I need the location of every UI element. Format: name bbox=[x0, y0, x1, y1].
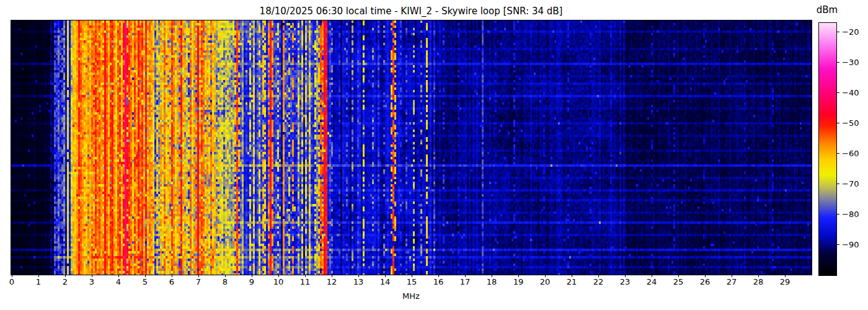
x-tick-label: 23 bbox=[620, 277, 631, 286]
x-tick-label: 17 bbox=[460, 277, 471, 286]
x-tick-label: 19 bbox=[513, 277, 524, 286]
x-tick-label: 18 bbox=[487, 277, 497, 286]
colorbar-tick-mark bbox=[836, 184, 839, 184]
spectrogram-figure: 18/10/2025 06:30 local time - KIWI_2 - S… bbox=[0, 0, 868, 310]
colorbar-tick-mark bbox=[836, 32, 839, 32]
x-tick-label: 11 bbox=[300, 277, 311, 286]
colorbar-tick-label: −20 bbox=[842, 27, 859, 36]
x-tick-label: 8 bbox=[223, 277, 228, 286]
colorbar-tick-mark bbox=[836, 153, 839, 154]
x-axis-label: MHz bbox=[402, 291, 420, 301]
colorbar-tick-label: −50 bbox=[842, 118, 859, 127]
colorbar-tick-label: −90 bbox=[842, 239, 859, 249]
x-tick-label: 0 bbox=[9, 277, 14, 286]
x-tick-label: 14 bbox=[380, 277, 391, 286]
colorbar-tick-mark bbox=[836, 214, 839, 215]
x-tick-label: 16 bbox=[433, 277, 444, 286]
x-tick-label: 24 bbox=[647, 277, 657, 286]
x-tick-label: 4 bbox=[116, 277, 121, 286]
colorbar-tick-mark bbox=[836, 244, 839, 245]
x-tick-label: 12 bbox=[327, 277, 337, 286]
x-tick-label: 25 bbox=[673, 277, 684, 286]
colorbar-tick-mark bbox=[836, 123, 839, 123]
x-tick-label: 15 bbox=[407, 277, 417, 286]
x-tick-label: 26 bbox=[700, 277, 711, 286]
x-tick-label: 27 bbox=[727, 277, 737, 286]
x-tick-label: 6 bbox=[169, 277, 174, 286]
x-tick-label: 3 bbox=[89, 277, 94, 286]
x-tick-label: 29 bbox=[780, 277, 790, 286]
colorbar-tick-label: −40 bbox=[842, 87, 859, 97]
x-tick-label: 28 bbox=[753, 277, 764, 286]
spectrogram-canvas bbox=[11, 20, 812, 275]
x-tick-label: 7 bbox=[196, 277, 201, 286]
colorbar-tick-label: −60 bbox=[842, 148, 859, 157]
x-tick-label: 13 bbox=[353, 277, 364, 286]
x-tick-label: 21 bbox=[567, 277, 577, 286]
colorbar bbox=[818, 22, 837, 276]
colorbar-tick-mark bbox=[836, 92, 839, 93]
colorbar-tick-label: −80 bbox=[842, 209, 859, 218]
colorbar-tick-label: −70 bbox=[842, 179, 859, 188]
x-tick-label: 9 bbox=[249, 277, 254, 286]
chart-title: 18/10/2025 06:30 local time - KIWI_2 - S… bbox=[260, 6, 563, 17]
x-tick-label: 2 bbox=[63, 277, 68, 286]
x-tick-label: 22 bbox=[593, 277, 604, 286]
colorbar-label: dBm bbox=[817, 4, 838, 16]
x-tick-label: 10 bbox=[273, 277, 284, 286]
x-tick-label: 20 bbox=[540, 277, 551, 286]
colorbar-tick-mark bbox=[836, 62, 839, 63]
x-tick-label: 1 bbox=[36, 277, 41, 286]
x-tick-label: 5 bbox=[143, 277, 148, 286]
colorbar-tick-label: −30 bbox=[842, 57, 859, 66]
